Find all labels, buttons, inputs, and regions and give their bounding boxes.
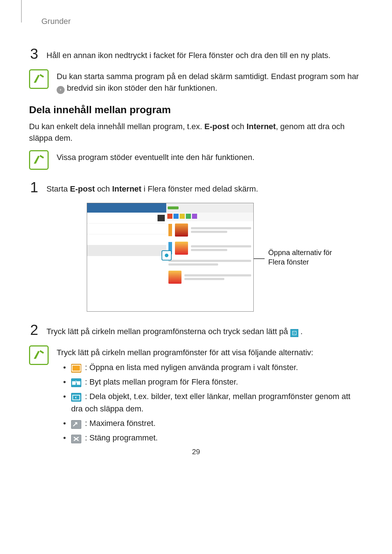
page-number: 29 — [0, 448, 392, 456]
section-heading: Dela innehåll mellan program — [29, 104, 363, 116]
intro-paragraph: Du kan enkelt dela innehåll mellan progr… — [29, 121, 355, 144]
device-screenshot — [87, 203, 254, 312]
step-text: Tryck lätt på cirkeln mellan programföns… — [46, 323, 363, 337]
callout-text: Öppna alternativ för Flera fönster — [268, 248, 341, 267]
note-icon — [29, 69, 49, 89]
list-item: : Maximera fönstret. — [63, 417, 363, 430]
multiwindow-handle-icon — [162, 250, 172, 260]
header-divider — [21, 0, 22, 22]
list-item: : Byt plats mellan program för Flera fön… — [63, 376, 363, 388]
svg-rect-2 — [72, 381, 76, 385]
note-text-b: bredvid sin ikon stöder den här funktion… — [67, 83, 217, 93]
page-header: Grunder — [41, 17, 363, 26]
close-icon — [71, 435, 81, 443]
share-icon — [290, 329, 298, 337]
figure: Öppna alternativ för Flera fönster — [21, 203, 363, 312]
note-icon — [29, 150, 49, 170]
share-content-icon — [71, 393, 81, 402]
step-number: 2 — [29, 323, 39, 337]
screenshot-right-app — [166, 203, 253, 311]
step-2: 2 Tryck lätt på cirkeln mellan programfö… — [29, 323, 363, 337]
list-item: : Dela objekt, t.ex. bilder, text eller … — [63, 390, 363, 415]
note-intro: Tryck lätt på cirkeln mellan programföns… — [57, 347, 363, 358]
note-2: Vissa program stöder eventuellt inte den… — [29, 150, 363, 170]
svg-rect-1 — [72, 365, 81, 371]
note-text-a: Du kan starta samma program på en delad … — [57, 72, 359, 81]
step-text: Starta E-post och Internet i Flera fönst… — [46, 180, 363, 195]
note-icon — [29, 345, 49, 365]
step-text: Håll en annan ikon nedtryckt i facket fö… — [46, 46, 363, 61]
list-item: : Stäng programmet. — [63, 432, 363, 444]
split-support-icon — [57, 86, 65, 94]
option-list: : Öppna en lista med nyligen använda pro… — [63, 361, 363, 444]
swap-windows-icon — [71, 378, 81, 387]
callout: Öppna alternativ för Flera fönster — [254, 248, 341, 267]
screenshot-left-app — [87, 203, 167, 311]
note-1: Du kan starta samma program på en delad … — [29, 69, 363, 94]
note-body: Tryck lätt på cirkeln mellan programföns… — [57, 345, 363, 446]
note-text: Vissa program stöder eventuellt inte den… — [57, 150, 363, 170]
list-item: : Öppna en lista med nyligen använda pro… — [63, 361, 363, 374]
note-3: Tryck lätt på cirkeln mellan programföns… — [29, 345, 363, 446]
step-number: 1 — [29, 180, 39, 195]
note-text: Du kan starta samma program på en delad … — [57, 69, 363, 94]
maximize-icon — [71, 420, 81, 429]
svg-rect-3 — [77, 381, 81, 385]
step-1: 1 Starta E-post och Internet i Flera fön… — [29, 180, 363, 195]
step-number: 3 — [29, 46, 39, 61]
recent-apps-icon — [71, 364, 81, 373]
step-3: 3 Håll en annan ikon nedtryckt i facket … — [29, 46, 363, 61]
